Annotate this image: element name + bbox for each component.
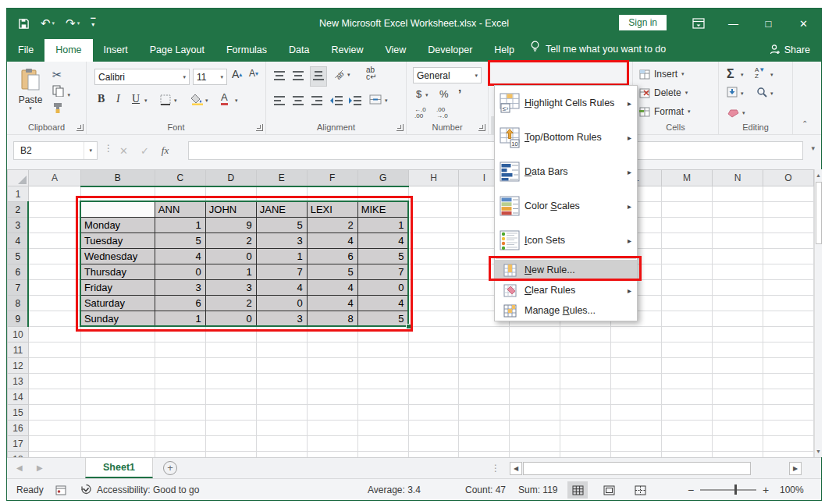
row-header-14[interactable]: 14 [8,389,29,405]
find-select-icon[interactable] [756,87,767,101]
sheet-tab-sheet1[interactable]: Sheet1 [85,458,153,478]
row-header-18[interactable]: 18 [8,452,29,458]
merge-center-dropdown-icon[interactable]: ▾ [385,98,388,104]
tab-data[interactable]: Data [278,39,320,62]
cell-K10[interactable] [560,327,611,343]
menu-item-icon-sets[interactable]: Icon Sets▸ [495,223,637,257]
cell-M1[interactable] [662,186,713,202]
cell-E2[interactable]: JANE [256,202,307,218]
cell-C1[interactable] [155,186,205,202]
cell-G5[interactable]: 5 [357,249,408,264]
cell-A12[interactable] [28,358,80,374]
cell-G8[interactable]: 4 [357,296,408,311]
share-button[interactable]: Share [770,38,810,62]
paste-dropdown-icon[interactable]: ▾ [15,105,46,112]
cell-H9[interactable] [408,311,459,327]
cell-A6[interactable] [28,264,80,280]
cell-K17[interactable] [560,436,611,452]
cell-F18[interactable] [307,452,357,458]
row-header-4[interactable]: 4 [8,233,29,249]
cell-L12[interactable] [611,358,662,374]
scroll-up-icon[interactable]: ▲ [815,172,822,178]
cell-O17[interactable] [763,436,813,452]
top-align-icon[interactable] [274,69,285,83]
autosum-dropdown-icon[interactable]: ▾ [741,72,744,78]
cell-M16[interactable] [662,421,713,436]
cell-F9[interactable]: 8 [307,311,357,327]
cell-H5[interactable] [408,249,459,264]
cell-H15[interactable] [408,405,459,421]
cell-B8[interactable]: Saturday [80,296,155,311]
cell-A15[interactable] [28,405,80,421]
comma-style-icon[interactable]: ’ [458,87,461,100]
tab-page-layout[interactable]: Page Layout [139,39,215,62]
cell-B2[interactable] [80,202,155,218]
cell-D18[interactable] [205,452,256,458]
cell-J16[interactable] [510,421,560,436]
clear-dropdown-icon[interactable]: ▾ [742,110,745,116]
clipboard-dialog-launcher-icon[interactable] [76,124,84,131]
cell-E4[interactable]: 3 [256,233,307,249]
tab-scroll-splitter[interactable]: ⋮ [491,463,501,474]
accounting-format-dropdown-icon[interactable]: ▾ [425,92,429,98]
cell-I13[interactable] [459,374,510,389]
cell-C15[interactable] [155,405,205,421]
cell-M15[interactable] [662,405,713,421]
cell-H3[interactable] [408,218,459,233]
cell-H16[interactable] [408,421,459,436]
cell-F4[interactable]: 4 [307,233,357,249]
alignment-dialog-launcher-icon[interactable] [396,124,404,131]
sort-filter-dropdown-icon[interactable]: ▾ [770,72,773,78]
cell-G18[interactable] [357,452,408,458]
menu-item-manage-rules[interactable]: Manage Rules... [495,300,637,321]
cell-A9[interactable] [28,311,80,327]
cell-D9[interactable]: 0 [205,311,256,327]
cell-M6[interactable] [662,264,713,280]
cell-N10[interactable] [713,327,763,343]
cell-B17[interactable] [80,436,155,452]
fill-down-icon[interactable] [727,87,738,101]
orientation-dropdown-icon[interactable]: ▾ [347,72,350,78]
align-center-icon[interactable] [293,94,304,108]
cell-I16[interactable] [459,421,510,436]
cell-C7[interactable]: 3 [155,280,205,296]
enter-formula-icon[interactable]: ✓ [140,145,149,157]
row-header-12[interactable]: 12 [8,358,29,374]
cell-L15[interactable] [611,405,662,421]
cell-O11[interactable] [763,343,813,358]
cell-J10[interactable] [510,327,560,343]
cell-E9[interactable]: 3 [256,311,307,327]
cell-G1[interactable] [357,186,408,202]
cell-I12[interactable] [459,358,510,374]
font-size-select[interactable]: 11▾ [193,69,227,85]
column-header-E[interactable]: E [256,170,307,186]
collapse-ribbon-icon[interactable]: ⌃ [802,119,808,128]
tab-developer[interactable]: Developer [417,39,483,62]
tab-formulas[interactable]: Formulas [215,39,278,62]
cell-A17[interactable] [28,436,80,452]
cell-E7[interactable]: 4 [256,280,307,296]
menu-item-data-bars[interactable]: Data Bars▸ [495,154,637,189]
cell-I15[interactable] [459,405,510,421]
vertical-scroll-thumb[interactable] [816,182,822,244]
cell-F15[interactable] [307,405,357,421]
cell-O5[interactable] [763,249,813,264]
merge-center-icon[interactable] [369,94,382,108]
decrease-decimal-icon[interactable]: .00→.0 [436,107,448,119]
cell-O6[interactable] [763,264,813,280]
cell-A2[interactable] [28,202,80,218]
cell-O9[interactable] [763,311,813,327]
cell-C14[interactable] [155,389,205,405]
cell-O4[interactable] [763,233,813,249]
zoom-in-icon[interactable]: + [763,479,769,501]
cell-B18[interactable] [80,452,155,458]
find-select-dropdown-icon[interactable]: ▾ [770,91,773,97]
cell-J14[interactable] [510,389,560,405]
insert-cells-button[interactable]: Insert▾ [639,69,685,80]
row-header-13[interactable]: 13 [8,374,29,389]
cell-J17[interactable] [510,436,560,452]
row-header-3[interactable]: 3 [8,218,29,233]
cell-G4[interactable]: 4 [357,233,408,249]
cell-N3[interactable] [713,218,763,233]
cell-F3[interactable]: 2 [307,218,357,233]
